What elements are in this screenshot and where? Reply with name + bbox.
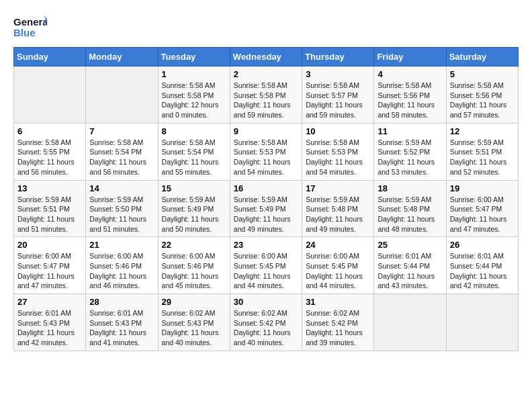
- day-number: 4: [378, 69, 442, 79]
- day-number: 22: [162, 240, 226, 250]
- calendar-cell: 22Sunrise: 6:00 AMSunset: 5:46 PMDayligh…: [158, 237, 230, 294]
- calendar-cell: 4Sunrise: 5:58 AMSunset: 5:56 PMDaylight…: [374, 66, 446, 124]
- calendar-cell: 21Sunrise: 6:00 AMSunset: 5:46 PMDayligh…: [86, 237, 158, 294]
- day-number: 7: [89, 126, 154, 136]
- calendar-cell: [86, 66, 158, 124]
- calendar-cell: 17Sunrise: 5:59 AMSunset: 5:48 PMDayligh…: [302, 180, 374, 237]
- calendar-body: 1Sunrise: 5:58 AMSunset: 5:58 PMDaylight…: [14, 66, 519, 351]
- day-number: 14: [89, 183, 154, 193]
- cell-info: Sunrise: 6:02 AMSunset: 5:43 PMDaylight:…: [162, 308, 226, 348]
- day-number: 16: [234, 183, 298, 193]
- day-number: 3: [306, 69, 370, 79]
- calendar-cell: 18Sunrise: 5:59 AMSunset: 5:48 PMDayligh…: [374, 180, 446, 237]
- day-number: 30: [234, 297, 298, 307]
- calendar-cell: 20Sunrise: 6:00 AMSunset: 5:47 PMDayligh…: [14, 237, 86, 294]
- calendar-cell: 7Sunrise: 5:58 AMSunset: 5:54 PMDaylight…: [86, 123, 158, 180]
- calendar-cell: 1Sunrise: 5:58 AMSunset: 5:58 PMDaylight…: [158, 66, 230, 124]
- day-number: 23: [234, 240, 298, 250]
- calendar-cell: 27Sunrise: 6:01 AMSunset: 5:43 PMDayligh…: [14, 294, 86, 351]
- cell-info: Sunrise: 5:59 AMSunset: 5:49 PMDaylight:…: [162, 195, 226, 234]
- calendar-cell: 9Sunrise: 5:58 AMSunset: 5:53 PMDaylight…: [230, 123, 302, 180]
- calendar-cell: 3Sunrise: 5:58 AMSunset: 5:57 PMDaylight…: [302, 66, 374, 124]
- calendar-cell: 10Sunrise: 5:58 AMSunset: 5:53 PMDayligh…: [302, 123, 374, 180]
- calendar-cell: 26Sunrise: 6:01 AMSunset: 5:44 PMDayligh…: [446, 237, 518, 294]
- calendar-cell: 23Sunrise: 6:00 AMSunset: 5:45 PMDayligh…: [230, 237, 302, 294]
- day-number: 19: [450, 183, 515, 193]
- day-number: 8: [162, 126, 226, 136]
- weekday-cell: Sunday: [14, 48, 86, 66]
- day-number: 24: [306, 240, 370, 250]
- cell-info: Sunrise: 6:00 AMSunset: 5:45 PMDaylight:…: [306, 251, 370, 291]
- cell-info: Sunrise: 5:59 AMSunset: 5:49 PMDaylight:…: [234, 195, 298, 234]
- cell-info: Sunrise: 5:58 AMSunset: 5:55 PMDaylight:…: [17, 138, 82, 177]
- day-number: 28: [89, 297, 154, 307]
- calendar-cell: 12Sunrise: 5:59 AMSunset: 5:51 PMDayligh…: [446, 123, 518, 180]
- svg-text:General: General: [13, 16, 47, 28]
- calendar-cell: 25Sunrise: 6:01 AMSunset: 5:44 PMDayligh…: [374, 237, 446, 294]
- logo: General Blue: [13, 13, 47, 40]
- day-number: 31: [306, 297, 370, 307]
- cell-info: Sunrise: 5:58 AMSunset: 5:53 PMDaylight:…: [234, 138, 298, 177]
- day-number: 26: [450, 240, 515, 250]
- cell-info: Sunrise: 6:00 AMSunset: 5:45 PMDaylight:…: [234, 251, 298, 291]
- day-number: 2: [234, 69, 298, 79]
- day-number: 6: [17, 126, 82, 136]
- day-number: 27: [17, 297, 82, 307]
- weekday-cell: Saturday: [446, 48, 518, 66]
- day-number: 9: [234, 126, 298, 136]
- cell-info: Sunrise: 5:59 AMSunset: 5:52 PMDaylight:…: [378, 138, 442, 177]
- calendar-week-row: 6Sunrise: 5:58 AMSunset: 5:55 PMDaylight…: [14, 123, 519, 180]
- cell-info: Sunrise: 5:58 AMSunset: 5:56 PMDaylight:…: [450, 81, 515, 120]
- cell-info: Sunrise: 6:00 AMSunset: 5:47 PMDaylight:…: [17, 251, 82, 291]
- weekday-header-row: SundayMondayTuesdayWednesdayThursdayFrid…: [14, 48, 519, 66]
- calendar-cell: 14Sunrise: 5:59 AMSunset: 5:50 PMDayligh…: [86, 180, 158, 237]
- calendar-cell: 24Sunrise: 6:00 AMSunset: 5:45 PMDayligh…: [302, 237, 374, 294]
- cell-info: Sunrise: 6:01 AMSunset: 5:44 PMDaylight:…: [378, 251, 442, 291]
- day-number: 13: [17, 183, 82, 193]
- calendar-cell: 19Sunrise: 6:00 AMSunset: 5:47 PMDayligh…: [446, 180, 518, 237]
- cell-info: Sunrise: 5:59 AMSunset: 5:48 PMDaylight:…: [306, 195, 370, 234]
- calendar-week-row: 20Sunrise: 6:00 AMSunset: 5:47 PMDayligh…: [14, 237, 519, 294]
- calendar-week-row: 27Sunrise: 6:01 AMSunset: 5:43 PMDayligh…: [14, 294, 519, 351]
- cell-info: Sunrise: 6:01 AMSunset: 5:43 PMDaylight:…: [17, 308, 82, 348]
- day-number: 20: [17, 240, 82, 250]
- cell-info: Sunrise: 5:59 AMSunset: 5:48 PMDaylight:…: [378, 195, 442, 234]
- cell-info: Sunrise: 5:58 AMSunset: 5:57 PMDaylight:…: [306, 81, 370, 120]
- day-number: 11: [378, 126, 442, 136]
- weekday-cell: Wednesday: [230, 48, 302, 66]
- day-number: 29: [162, 297, 226, 307]
- calendar-cell: 13Sunrise: 5:59 AMSunset: 5:51 PMDayligh…: [14, 180, 86, 237]
- cell-info: Sunrise: 6:01 AMSunset: 5:43 PMDaylight:…: [89, 308, 154, 348]
- day-number: 18: [378, 183, 442, 193]
- calendar-cell: 6Sunrise: 5:58 AMSunset: 5:55 PMDaylight…: [14, 123, 86, 180]
- logo-icon: General Blue: [13, 13, 47, 40]
- cell-info: Sunrise: 5:58 AMSunset: 5:54 PMDaylight:…: [89, 138, 154, 177]
- cell-info: Sunrise: 6:00 AMSunset: 5:46 PMDaylight:…: [162, 251, 226, 291]
- calendar-cell: 30Sunrise: 6:02 AMSunset: 5:42 PMDayligh…: [230, 294, 302, 351]
- weekday-cell: Friday: [374, 48, 446, 66]
- svg-text:Blue: Blue: [13, 27, 36, 38]
- cell-info: Sunrise: 6:00 AMSunset: 5:46 PMDaylight:…: [89, 251, 154, 291]
- day-number: 21: [89, 240, 154, 250]
- calendar-cell: 8Sunrise: 5:58 AMSunset: 5:54 PMDaylight…: [158, 123, 230, 180]
- cell-info: Sunrise: 5:58 AMSunset: 5:54 PMDaylight:…: [162, 138, 226, 177]
- cell-info: Sunrise: 6:02 AMSunset: 5:42 PMDaylight:…: [234, 308, 298, 348]
- calendar-cell: [446, 294, 518, 351]
- calendar-cell: 16Sunrise: 5:59 AMSunset: 5:49 PMDayligh…: [230, 180, 302, 237]
- day-number: 15: [162, 183, 226, 193]
- weekday-cell: Monday: [86, 48, 158, 66]
- calendar-cell: 15Sunrise: 5:59 AMSunset: 5:49 PMDayligh…: [158, 180, 230, 237]
- page-header: General Blue: [13, 13, 519, 40]
- calendar-week-row: 13Sunrise: 5:59 AMSunset: 5:51 PMDayligh…: [14, 180, 519, 237]
- weekday-cell: Thursday: [302, 48, 374, 66]
- calendar-cell: 29Sunrise: 6:02 AMSunset: 5:43 PMDayligh…: [158, 294, 230, 351]
- calendar-cell: 5Sunrise: 5:58 AMSunset: 5:56 PMDaylight…: [446, 66, 518, 124]
- calendar-cell: 28Sunrise: 6:01 AMSunset: 5:43 PMDayligh…: [86, 294, 158, 351]
- cell-info: Sunrise: 5:58 AMSunset: 5:56 PMDaylight:…: [378, 81, 442, 120]
- cell-info: Sunrise: 5:58 AMSunset: 5:53 PMDaylight:…: [306, 138, 370, 177]
- cell-info: Sunrise: 5:59 AMSunset: 5:51 PMDaylight:…: [450, 138, 515, 177]
- logo-container: General Blue: [13, 13, 47, 40]
- cell-info: Sunrise: 6:02 AMSunset: 5:42 PMDaylight:…: [306, 308, 370, 348]
- day-number: 12: [450, 126, 515, 136]
- cell-info: Sunrise: 5:58 AMSunset: 5:58 PMDaylight:…: [234, 81, 298, 120]
